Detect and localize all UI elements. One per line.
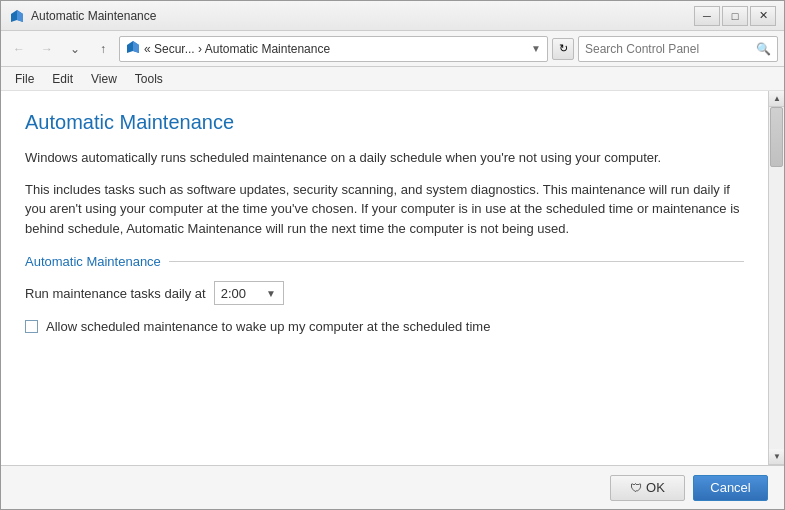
menu-file[interactable]: File: [7, 69, 42, 89]
scroll-down-button[interactable]: ▼: [769, 449, 784, 465]
title-bar-left: Automatic Maintenance: [9, 8, 156, 24]
menu-tools[interactable]: Tools: [127, 69, 171, 89]
address-flag-icon: [126, 40, 140, 57]
section-divider: Automatic Maintenance: [25, 254, 744, 269]
divider-line: [169, 261, 744, 262]
forward-button[interactable]: →: [35, 37, 59, 61]
minimize-button[interactable]: ─: [694, 6, 720, 26]
refresh-button[interactable]: ↻: [552, 38, 574, 60]
shield-icon: 🛡: [630, 481, 642, 495]
search-input[interactable]: [585, 42, 752, 56]
scroll-thumb[interactable]: [770, 107, 783, 167]
time-setting-row: Run maintenance tasks daily at 2:00 ▼: [25, 281, 744, 305]
menu-bar: File Edit View Tools: [1, 67, 784, 91]
description-2: This includes tasks such as software upd…: [25, 180, 744, 239]
window-title: Automatic Maintenance: [31, 9, 156, 23]
address-text: « Secur... › Automatic Maintenance: [144, 42, 527, 56]
up-button[interactable]: ↑: [91, 37, 115, 61]
checkbox-label: Allow scheduled maintenance to wake up m…: [46, 319, 490, 334]
main-area: Automatic Maintenance Windows automatica…: [1, 91, 784, 465]
section-label: Automatic Maintenance: [25, 254, 161, 269]
title-bar: Automatic Maintenance ─ □ ✕: [1, 1, 784, 31]
close-button[interactable]: ✕: [750, 6, 776, 26]
search-box[interactable]: 🔍: [578, 36, 778, 62]
menu-view[interactable]: View: [83, 69, 125, 89]
content-area: Automatic Maintenance Windows automatica…: [1, 91, 768, 465]
svg-marker-3: [133, 41, 139, 53]
back-button[interactable]: ←: [7, 37, 31, 61]
page-title: Automatic Maintenance: [25, 111, 744, 134]
scroll-track[interactable]: [769, 107, 784, 449]
maximize-button[interactable]: □: [722, 6, 748, 26]
scroll-up-button[interactable]: ▲: [769, 91, 784, 107]
ok-button[interactable]: 🛡 OK: [610, 475, 685, 501]
nav-bar: ← → ⌄ ↑ « Secur... › Automatic Maintenan…: [1, 31, 784, 67]
dropdown-button[interactable]: ⌄: [63, 37, 87, 61]
description-1: Windows automatically runs scheduled mai…: [25, 148, 744, 168]
main-window: Automatic Maintenance ─ □ ✕ ← → ⌄ ↑ « Se…: [0, 0, 785, 510]
window-icon: [9, 8, 25, 24]
cancel-button[interactable]: Cancel: [693, 475, 768, 501]
search-icon: 🔍: [756, 42, 771, 56]
time-value: 2:00: [221, 286, 246, 301]
scrollbar[interactable]: ▲ ▼: [768, 91, 784, 465]
refresh-icon: ↻: [559, 42, 568, 55]
address-dropdown-icon[interactable]: ▼: [531, 43, 541, 54]
wake-checkbox[interactable]: [25, 320, 38, 333]
svg-marker-1: [17, 10, 23, 22]
run-label: Run maintenance tasks daily at: [25, 286, 206, 301]
bottom-bar: 🛡 OK Cancel: [1, 465, 784, 509]
checkbox-row: Allow scheduled maintenance to wake up m…: [25, 319, 744, 334]
menu-edit[interactable]: Edit: [44, 69, 81, 89]
dropdown-arrow-icon: ▼: [266, 288, 276, 299]
address-bar[interactable]: « Secur... › Automatic Maintenance ▼: [119, 36, 548, 62]
title-bar-controls: ─ □ ✕: [694, 6, 776, 26]
time-dropdown[interactable]: 2:00 ▼: [214, 281, 284, 305]
ok-label: OK: [646, 480, 665, 495]
